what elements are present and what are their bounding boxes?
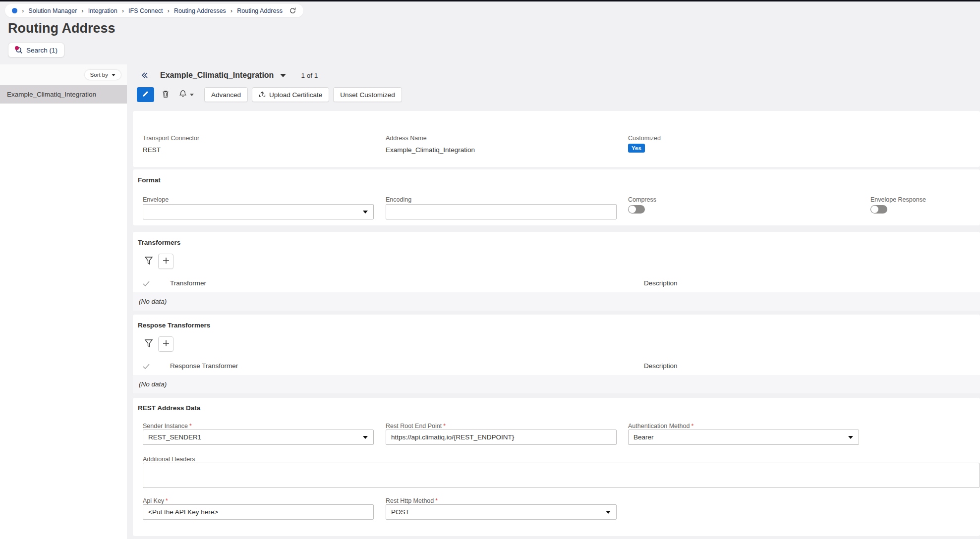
add-transformer-button[interactable] <box>158 254 173 269</box>
format-card: Format Envelope Encoding Compress Envelo… <box>133 169 980 225</box>
address-name-label: Address Name <box>386 135 427 142</box>
collapse-panel-icon[interactable] <box>140 71 149 80</box>
trash-icon <box>162 90 170 100</box>
chevron-down-icon <box>112 74 115 76</box>
format-section-title: Format <box>138 176 161 184</box>
notifications-button[interactable] <box>177 90 196 100</box>
funnel-icon <box>144 256 153 267</box>
select-all-check-icon[interactable] <box>143 364 150 370</box>
breadcrumb-separator: › <box>231 7 232 14</box>
search-badge-dot <box>15 46 19 50</box>
page-title: Routing Address <box>8 21 115 36</box>
description-column-header[interactable]: Description <box>644 279 678 287</box>
breadcrumb: › Solution Manager › Integration › IFS C… <box>5 4 303 17</box>
breadcrumb-ifs-connect[interactable]: IFS Connect <box>128 7 163 14</box>
required-mark: * <box>189 423 192 430</box>
no-data-text: (No data) <box>139 380 167 388</box>
funnel-icon <box>144 339 153 350</box>
unset-customized-button[interactable]: Unset Customized <box>333 87 402 102</box>
sidebar-header: Sort by <box>0 64 127 85</box>
routing-address-page: › Solution Manager › Integration › IFS C… <box>0 0 980 539</box>
response-transformer-column-header[interactable]: Response Transformer <box>170 362 238 370</box>
unset-customized-label: Unset Customized <box>340 91 395 99</box>
no-data-text: (No data) <box>139 298 167 305</box>
filter-button[interactable] <box>144 339 153 350</box>
rest-http-method-label-text: Rest Http Method <box>386 497 434 504</box>
upload-certificate-label: Upload Certificate <box>269 91 322 99</box>
bell-icon <box>179 90 187 100</box>
required-mark: * <box>166 497 168 504</box>
description-column-header[interactable]: Description <box>644 362 678 370</box>
breadcrumb-separator: › <box>168 7 170 14</box>
rest-address-data-card: REST Address Data Sender Instance* REST_… <box>133 398 980 536</box>
response-transformers-card: Respose Transformers Response Transforme… <box>133 315 980 393</box>
additional-headers-textarea[interactable] <box>143 463 980 488</box>
transformers-card: Transformers Transformer Description (No… <box>133 232 980 311</box>
authentication-method-select[interactable]: Bearer <box>628 430 859 445</box>
refresh-icon[interactable] <box>289 7 296 14</box>
sender-instance-label: Sender Instance* <box>143 423 192 430</box>
record-dropdown-caret-icon <box>280 74 286 77</box>
breadcrumb-separator: › <box>122 7 124 14</box>
record-pager: 1 of 1 <box>301 72 318 79</box>
rest-address-data-section-title: REST Address Data <box>138 404 200 412</box>
plus-icon <box>163 257 170 266</box>
rest-http-method-select[interactable]: POST <box>386 504 617 520</box>
sender-instance-select[interactable]: REST_SENDER1 <box>143 430 374 445</box>
advanced-button-label: Advanced <box>211 91 241 99</box>
sender-instance-value: REST_SENDER1 <box>148 433 201 441</box>
sidebar-item-example-climatiq-integration[interactable]: Example_Climatiq_Integration <box>0 85 127 104</box>
api-key-input[interactable] <box>143 504 374 520</box>
required-mark: * <box>435 497 438 504</box>
breadcrumb-separator: › <box>81 7 83 14</box>
compress-label: Compress <box>628 196 656 203</box>
delete-button[interactable] <box>158 87 173 102</box>
address-name-value: Example_Climatiq_Integration <box>386 146 475 154</box>
rest-root-end-point-label-text: Rest Root End Point <box>386 423 442 430</box>
required-mark: * <box>691 423 693 430</box>
app-menu-dot-icon[interactable] <box>12 8 17 13</box>
search-icon <box>15 46 23 54</box>
transport-connector-value: REST <box>143 146 161 154</box>
customized-badge: Yes <box>628 144 645 153</box>
sort-by-label: Sort by <box>90 72 108 78</box>
envelope-response-toggle[interactable] <box>870 205 887 214</box>
window-top-edge <box>0 0 980 1</box>
api-key-label-text: Api Key <box>143 497 164 504</box>
search-button[interactable]: Search (1) <box>8 43 64 57</box>
dropdown-caret-icon <box>363 211 368 214</box>
toolbar: Advanced Upload Certificate Unset Custom… <box>137 87 402 102</box>
transformer-column-header[interactable]: Transformer <box>170 279 206 287</box>
toggle-knob <box>629 206 636 213</box>
rest-http-method-value: POST <box>391 508 409 516</box>
upload-certificate-button[interactable]: Upload Certificate <box>252 87 329 102</box>
rest-root-end-point-input[interactable] <box>386 430 617 445</box>
encoding-label: Encoding <box>386 196 411 203</box>
sort-by-button[interactable]: Sort by <box>85 70 121 80</box>
breadcrumb-solution-manager[interactable]: Solution Manager <box>28 7 77 14</box>
breadcrumb-routing-address[interactable]: Routing Address <box>237 7 283 14</box>
encoding-input[interactable] <box>386 204 617 219</box>
breadcrumb-integration[interactable]: Integration <box>88 7 117 14</box>
response-transformers-section-title: Respose Transformers <box>138 322 210 329</box>
general-card: Transport Connector REST Address Name Ex… <box>133 111 980 167</box>
advanced-button[interactable]: Advanced <box>204 87 248 102</box>
envelope-label: Envelope <box>143 196 169 203</box>
authentication-method-label: Authentication Method* <box>628 423 693 430</box>
envelope-select[interactable] <box>143 204 374 219</box>
authentication-method-value: Bearer <box>634 433 654 441</box>
transformers-empty-row: (No data) <box>133 292 980 311</box>
record-header: Example_Climatiq_Integration 1 of 1 <box>140 69 318 82</box>
rest-http-method-label: Rest Http Method* <box>386 497 438 504</box>
add-response-transformer-button[interactable] <box>158 336 173 352</box>
rest-root-end-point-label: Rest Root End Point* <box>386 423 446 430</box>
record-selector[interactable]: Example_Climatiq_Integration <box>160 71 286 80</box>
edit-button[interactable] <box>137 87 154 102</box>
record-title: Example_Climatiq_Integration <box>160 71 274 80</box>
api-key-label: Api Key* <box>143 497 168 504</box>
toggle-knob <box>871 206 878 213</box>
select-all-check-icon[interactable] <box>143 281 150 287</box>
breadcrumb-routing-addresses[interactable]: Routing Addresses <box>174 7 226 14</box>
filter-button[interactable] <box>144 256 153 267</box>
compress-toggle[interactable] <box>628 205 645 214</box>
